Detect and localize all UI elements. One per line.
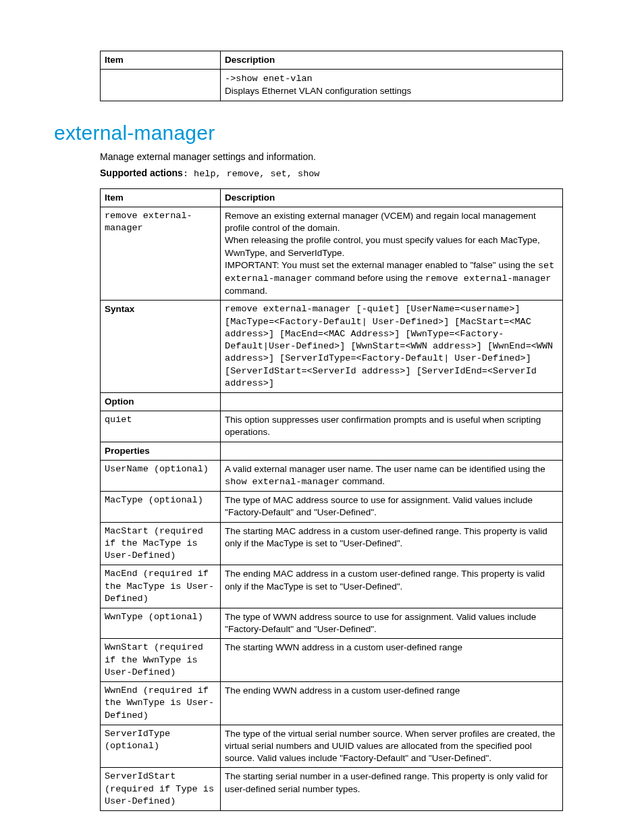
table-row: Item Description <box>101 188 563 207</box>
cell-empty <box>221 442 563 460</box>
option-label: Option <box>105 396 134 407</box>
header-description: Description <box>221 51 563 70</box>
cell-description: The type of the virtual serial number so… <box>221 725 563 768</box>
table-row: MacStart (required if the MacType is Use… <box>101 522 563 565</box>
cell-item: quiet <box>101 411 221 442</box>
section-title: external-manager <box>54 122 563 145</box>
supported-actions: Supported actions: help, remove, set, sh… <box>100 167 563 179</box>
table-external-manager: Item Description remove external-manager… <box>100 188 563 811</box>
cell-syntax: remove external-manager [-quiet] [UserNa… <box>221 301 563 393</box>
table-row: Option <box>101 392 563 411</box>
cell-description: ->show enet-vlan Displays Ethernet VLAN … <box>221 70 563 101</box>
table-row: Syntax remove external-manager [-quiet] … <box>101 301 563 393</box>
table-row: WwnEnd (required if the WwnType is User-… <box>101 682 563 725</box>
table-row: MacEnd (required if the MacType is User-… <box>101 565 563 608</box>
cell-item: ServerIdType (optional) <box>101 725 221 768</box>
table-row: Properties <box>101 442 563 460</box>
text: Remove an existing external manager (VCE… <box>225 211 536 233</box>
cell-description: The starting serial number in a user-def… <box>221 768 563 811</box>
cell-item: MacType (optional) <box>101 492 221 522</box>
desc-text: Displays Ethernet VLAN configuration set… <box>225 86 411 96</box>
text: When releasing the profile control, you … <box>225 235 540 257</box>
cell-description: The ending MAC address in a custom user-… <box>221 565 563 608</box>
cell-label: Option <box>101 392 221 411</box>
header-description: Description <box>221 188 563 207</box>
cell-item: MacEnd (required if the MacType is User-… <box>101 565 221 608</box>
text: command. <box>225 286 267 296</box>
cell-item: WwnEnd (required if the WwnType is User-… <box>101 682 221 725</box>
table-enet-vlan: Item Description ->show enet-vlan Displa… <box>100 51 563 101</box>
header-item: Item <box>101 51 221 70</box>
cell-item: WwnStart (required if the WwnType is Use… <box>101 639 221 682</box>
cell-label: Properties <box>101 442 221 460</box>
cell-item: WwnType (optional) <box>101 608 221 639</box>
cell-empty <box>221 392 563 411</box>
table-row: remove external-manager Remove an existi… <box>101 207 563 301</box>
table-row: quiet This option suppresses user confir… <box>101 411 563 442</box>
cell-description: Remove an existing external manager (VCE… <box>221 207 563 301</box>
table-row: WwnType (optional) The type of WWN addre… <box>101 608 563 639</box>
supported-list: : help, remove, set, show <box>183 169 320 179</box>
cell-command: remove external-manager <box>101 207 221 301</box>
cell-description: The starting MAC address in a custom use… <box>221 522 563 565</box>
cell-description: This option suppresses user confirmation… <box>221 411 563 442</box>
table-row: ->show enet-vlan Displays Ethernet VLAN … <box>101 70 563 101</box>
supported-label: Supported actions <box>100 167 183 178</box>
header-item: Item <box>101 188 221 207</box>
cell-description: The type of WWN address source to use fo… <box>221 608 563 639</box>
cell-description: The ending WWN address in a custom user-… <box>221 682 563 725</box>
text: command. <box>340 476 385 486</box>
cell-item: ServerIdStart (required if Type is User-… <box>101 768 221 811</box>
code-text: ->show enet-vlan <box>225 74 313 84</box>
text: A valid external manager user name. The … <box>225 464 545 474</box>
code-text: show external-manager <box>225 477 340 487</box>
table-row: MacType (optional) The type of MAC addre… <box>101 492 563 522</box>
table-row: ServerIdStart (required if Type is User-… <box>101 768 563 811</box>
cell-item: MacStart (required if the MacType is Use… <box>101 522 221 565</box>
table-row: WwnStart (required if the WwnType is Use… <box>101 639 563 682</box>
syntax-label: Syntax <box>105 304 134 314</box>
properties-label: Properties <box>105 446 150 456</box>
text: command before using the <box>313 273 425 283</box>
cell-item: UserName (optional) <box>101 460 221 491</box>
cell-description: The type of MAC address source to use fo… <box>221 492 563 522</box>
document-page: Item Description ->show enet-vlan Displa… <box>0 0 644 834</box>
table-row: Item Description <box>101 51 563 70</box>
code-text: remove external-manager <box>425 273 551 284</box>
cell-item <box>101 70 221 101</box>
cell-description: The starting WWN address in a custom use… <box>221 639 563 682</box>
cell-label: Syntax <box>101 301 221 393</box>
text: IMPORTANT: You must set the external man… <box>225 260 538 270</box>
section-intro: Manage external manager settings and inf… <box>100 151 563 162</box>
table-row: UserName (optional) A valid external man… <box>101 460 563 491</box>
cell-description: A valid external manager user name. The … <box>221 460 563 491</box>
table-row: ServerIdType (optional) The type of the … <box>101 725 563 768</box>
